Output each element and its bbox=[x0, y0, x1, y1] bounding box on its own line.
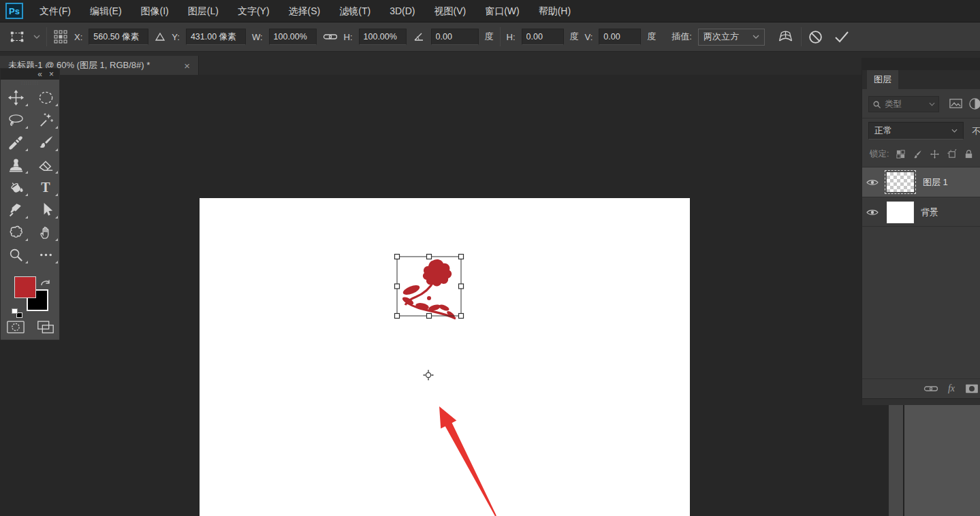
rotate-unit-label: 度 bbox=[485, 31, 494, 43]
panel-tab-strip: 图层 bbox=[862, 70, 980, 89]
eraser-tool[interactable] bbox=[31, 154, 61, 176]
delta-relative-position-icon[interactable] bbox=[155, 32, 165, 42]
blend-mode-row: 正常 不 bbox=[862, 122, 980, 141]
cancel-transform-button[interactable] bbox=[808, 29, 823, 45]
transparency-checker bbox=[887, 172, 914, 192]
quick-mask-button[interactable] bbox=[6, 319, 25, 335]
swap-colors-icon[interactable] bbox=[39, 277, 52, 288]
elliptical-marquee-tool[interactable] bbox=[31, 86, 61, 109]
eyedropper-tool[interactable] bbox=[1, 131, 31, 154]
background-name[interactable]: 背景 bbox=[921, 206, 938, 219]
warp-mode-button[interactable] bbox=[776, 29, 795, 45]
canvas-content bbox=[200, 198, 690, 516]
layer1-thumbnail[interactable] bbox=[885, 170, 916, 194]
x-position-input[interactable] bbox=[89, 29, 148, 45]
menu-layer[interactable]: 图层(L) bbox=[178, 0, 228, 22]
dock-scroll-strip[interactable] bbox=[889, 405, 903, 516]
paint-bucket-tool[interactable] bbox=[1, 176, 31, 199]
panel-grip[interactable]: :::::::: bbox=[1, 80, 59, 86]
close-panel-icon[interactable]: × bbox=[49, 69, 54, 79]
menu-select[interactable]: 选择(S) bbox=[279, 0, 330, 22]
lock-transparency-icon[interactable] bbox=[896, 149, 906, 159]
layer1-visibility-toggle[interactable] bbox=[862, 178, 883, 187]
blend-mode-select[interactable]: 正常 bbox=[868, 122, 964, 140]
layer1-name[interactable]: 图层 1 bbox=[923, 176, 948, 189]
magic-wand-tool[interactable] bbox=[31, 109, 61, 131]
eye-icon bbox=[866, 208, 879, 216]
lasso-icon bbox=[7, 112, 25, 129]
layers-panel-footer: fx bbox=[862, 378, 980, 398]
tab-layers[interactable]: 图层 bbox=[867, 70, 898, 89]
lock-all-icon[interactable] bbox=[964, 149, 974, 159]
dock-header[interactable] bbox=[862, 58, 980, 70]
menu-edit[interactable]: 编辑(E) bbox=[80, 0, 131, 22]
link-layers-button[interactable] bbox=[923, 384, 938, 393]
filter-adjustment-layers-icon[interactable] bbox=[968, 97, 980, 110]
layers-panel-body: 类型 正常 bbox=[862, 89, 980, 405]
reference-point-grid-icon[interactable] bbox=[53, 29, 68, 44]
menu-type[interactable]: 文字(Y) bbox=[228, 0, 279, 22]
menu-file[interactable]: 文件(F) bbox=[30, 0, 80, 22]
menu-window[interactable]: 窗口(W) bbox=[475, 0, 529, 22]
link-dimensions-icon[interactable] bbox=[323, 32, 338, 42]
lock-row: 锁定: bbox=[862, 145, 980, 163]
pen-tool[interactable] bbox=[1, 199, 31, 221]
transform-reference-point[interactable] bbox=[424, 370, 434, 381]
chevron-down-icon bbox=[951, 129, 958, 133]
rotate-angle-input[interactable] bbox=[431, 29, 479, 45]
layer-style-button[interactable]: fx bbox=[948, 383, 955, 394]
background-thumbnail[interactable] bbox=[887, 201, 914, 223]
custom-shape-tool[interactable] bbox=[1, 221, 31, 244]
photoshop-logo-icon[interactable]: Ps bbox=[5, 3, 23, 19]
divider bbox=[500, 27, 501, 46]
y-position-input[interactable] bbox=[186, 29, 246, 45]
paint-bucket-icon bbox=[7, 179, 25, 196]
lasso-tool[interactable] bbox=[1, 109, 31, 131]
add-layer-mask-button[interactable] bbox=[964, 383, 979, 394]
tool-preset-chevron-icon[interactable] bbox=[33, 35, 40, 39]
height-scale-input[interactable] bbox=[359, 29, 407, 45]
background-visibility-toggle[interactable] bbox=[862, 208, 883, 216]
v-skew-input[interactable] bbox=[599, 29, 641, 45]
v-skew-label: V: bbox=[585, 32, 593, 42]
chevron-down-icon bbox=[753, 35, 759, 39]
hand-tool[interactable] bbox=[31, 221, 61, 244]
filter-pixel-layers-icon[interactable] bbox=[949, 97, 963, 110]
lock-artboard-icon[interactable] bbox=[947, 149, 957, 159]
collapse-panel-icon[interactable]: « bbox=[37, 69, 42, 79]
default-colors-icon[interactable] bbox=[12, 308, 22, 318]
lock-pixels-icon[interactable] bbox=[913, 149, 923, 159]
layer-filter-select[interactable]: 类型 bbox=[868, 96, 939, 112]
menu-view[interactable]: 视图(V) bbox=[424, 0, 475, 22]
menu-image[interactable]: 图像(I) bbox=[131, 0, 178, 22]
more-tools-button[interactable] bbox=[31, 244, 61, 266]
ellipsis-icon bbox=[37, 246, 54, 263]
layer-row-background[interactable]: 背景 bbox=[862, 197, 980, 227]
close-document-icon[interactable]: × bbox=[181, 60, 193, 71]
h-skew-input[interactable] bbox=[522, 29, 564, 45]
brush-tool[interactable] bbox=[31, 131, 61, 154]
photoshop-window: Ps 文件(F) 编辑(E) 图像(I) 图层(L) 文字(Y) 选择(S) 滤… bbox=[0, 0, 980, 516]
commit-transform-button[interactable] bbox=[834, 29, 850, 44]
document-canvas[interactable] bbox=[200, 198, 690, 516]
move-tool[interactable] bbox=[1, 86, 31, 109]
layers-panel: 图层 类型 bbox=[862, 58, 980, 405]
annotation-arrow bbox=[439, 406, 496, 516]
eraser-icon bbox=[37, 157, 54, 174]
foreground-color-swatch[interactable] bbox=[14, 276, 36, 298]
document-tab-bar: 未标题-1 @ 60% (图层 1, RGB/8#) * × bbox=[0, 52, 980, 75]
screen-mode-button[interactable] bbox=[36, 319, 55, 335]
menu-3d[interactable]: 3D(D) bbox=[380, 0, 424, 22]
interpolation-select[interactable]: 两次立方 bbox=[698, 29, 765, 46]
menu-filter[interactable]: 滤镜(T) bbox=[330, 0, 380, 22]
type-tool[interactable]: T bbox=[31, 176, 61, 199]
layer-row-layer1[interactable]: 图层 1 bbox=[862, 167, 980, 197]
width-scale-input[interactable] bbox=[269, 29, 317, 45]
eyedropper-icon bbox=[7, 134, 25, 151]
clone-stamp-tool[interactable] bbox=[1, 154, 31, 176]
path-selection-tool[interactable] bbox=[31, 199, 61, 221]
lock-position-icon[interactable] bbox=[930, 149, 940, 159]
menu-help[interactable]: 帮助(H) bbox=[529, 0, 580, 22]
zoom-tool[interactable] bbox=[1, 244, 31, 266]
toolbar-bottom-row bbox=[1, 319, 61, 335]
